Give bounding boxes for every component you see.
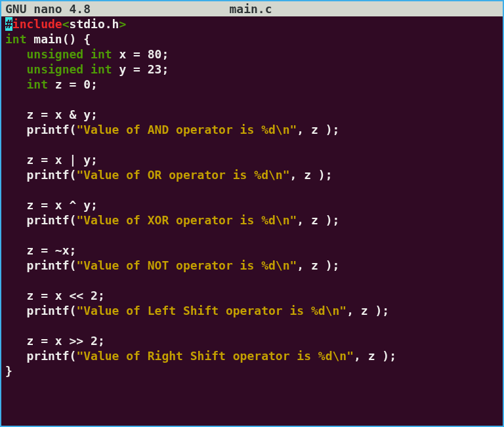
printf-tail: , z ); — [346, 304, 389, 317]
indent — [5, 62, 27, 76]
tok-decl-x: x = 80; — [112, 47, 169, 61]
tok-unsigned-int: unsigned int — [27, 62, 112, 76]
nano-app-name: GNU nano 4.8 — [5, 1, 91, 16]
tok-decl-y: y = 23; — [112, 62, 169, 76]
stmt-and: z = x & y; — [5, 108, 98, 121]
tok-int: int — [27, 77, 49, 91]
string-not: "Value of NOT operator is %d\n" — [76, 258, 297, 272]
stmt-rshift: z = x >> 2; — [5, 334, 105, 348]
string-lshift: "Value of Left Shift operator is %d\n" — [76, 304, 346, 317]
printf-call: printf( — [5, 123, 76, 136]
stmt-xor: z = x ^ y; — [5, 198, 98, 212]
tok-decl-z: z = 0; — [48, 77, 98, 91]
string-xor: "Value of XOR operator is %d\n" — [76, 213, 297, 227]
printf-tail: , z ); — [297, 258, 339, 272]
close-brace: } — [5, 364, 12, 378]
printf-tail: , z ); — [354, 349, 396, 363]
nano-titlebar: GNU nano 4.8 main.c — [1, 1, 503, 16]
tok-int: int — [5, 32, 27, 46]
stmt-not: z = ~x; — [5, 243, 76, 257]
string-rshift: "Value of Right Shift operator is %d\n" — [76, 349, 354, 363]
cursor: # — [5, 17, 12, 31]
string-and: "Value of AND operator is %d\n" — [76, 123, 297, 136]
editor-area[interactable]: #include<stdio.h> int main() { unsigned … — [1, 16, 503, 378]
stmt-or: z = x | y; — [5, 153, 98, 167]
printf-call: printf( — [5, 349, 76, 363]
nano-filename: main.c — [91, 1, 503, 16]
indent — [5, 47, 27, 61]
indent — [5, 77, 27, 91]
tok-header: stdio.h — [70, 17, 119, 31]
tok-angle-close: > — [119, 17, 126, 31]
printf-call: printf( — [5, 258, 76, 272]
printf-tail: , z ); — [289, 168, 332, 182]
tok-unsigned-int: unsigned int — [27, 47, 112, 61]
tok-angle-open: < — [62, 17, 70, 31]
string-or: "Value of OR operator is %d\n" — [76, 168, 289, 182]
terminal-window: GNU nano 4.8 main.c #include<stdio.h> in… — [0, 0, 504, 427]
stmt-lshift: z = x << 2; — [5, 289, 105, 302]
printf-call: printf( — [5, 213, 76, 227]
printf-call: printf( — [5, 304, 76, 317]
printf-tail: , z ); — [297, 123, 339, 136]
tok-main-decl: main() { — [27, 32, 91, 46]
code-content: #include<stdio.h> int main() { unsigned … — [5, 16, 499, 378]
tok-include: include — [12, 17, 62, 31]
printf-tail: , z ); — [297, 213, 339, 227]
printf-call: printf( — [5, 168, 76, 182]
